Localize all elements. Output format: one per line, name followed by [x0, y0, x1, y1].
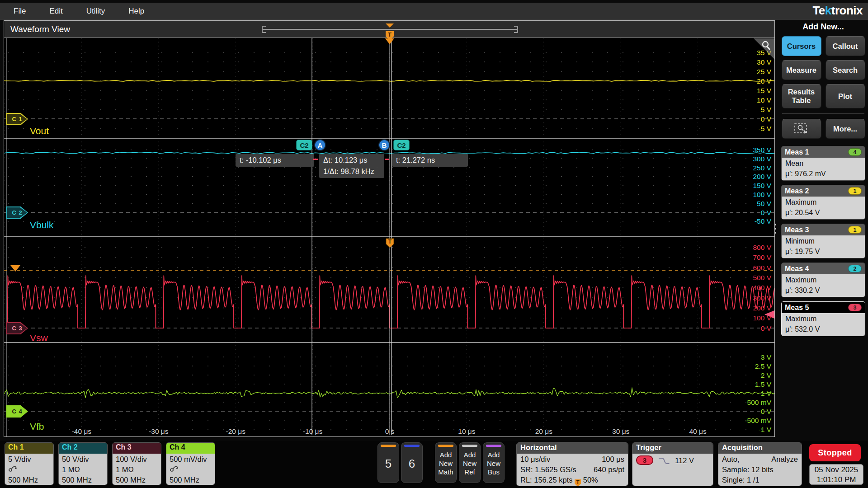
channel-bandwidth: 500 MHz: [8, 475, 50, 485]
menu-help[interactable]: Help: [128, 7, 144, 16]
measurement-value: μ': 976.2 mV: [785, 169, 861, 179]
channel-bandwidth: 500 MHz: [116, 475, 158, 485]
measurement-value: μ': 20.54 V: [785, 207, 861, 218]
cursor-b-source-badge[interactable]: C2: [393, 140, 410, 150]
add-new-math-button[interactable]: AddNewMath: [435, 442, 457, 483]
measurement-badge-4[interactable]: Meas 4 2 Maximum μ': 330.2 V: [781, 263, 865, 297]
axis-tick-label: 500 V: [753, 274, 771, 282]
add-new-ref-button[interactable]: AddNewRef: [459, 442, 481, 483]
panel-splitter-handle[interactable]: [774, 224, 776, 234]
channel-badge-title: Ch 1: [5, 443, 53, 454]
channel-badge-ch4[interactable]: Ch 4 500 mV/div 500 MHz: [166, 442, 215, 485]
menu-bar: File Edit Utility Help: [0, 3, 868, 20]
add-new-measure-button[interactable]: Measure: [782, 60, 821, 80]
time-tick-label: -10 μs: [303, 427, 323, 435]
axis-tick-label: 500 mV: [747, 399, 772, 406]
axis-tick-label: 15 V: [757, 87, 772, 94]
channel-bandwidth: 500 MHz: [62, 475, 104, 485]
axis-tick-label: 300 V: [753, 294, 771, 302]
axis-tick-label: 25 V: [757, 68, 772, 75]
add-new-search-button[interactable]: Search: [826, 60, 865, 80]
menu-edit[interactable]: Edit: [49, 7, 62, 16]
add-new-results-table-button[interactable]: Results Table: [782, 84, 821, 108]
measurement-type: Minimum: [785, 236, 861, 246]
menu-utility[interactable]: Utility: [86, 7, 105, 16]
measurement-value: μ': 330.2 V: [785, 285, 861, 296]
horizontal-scale: 10 μs/div: [520, 454, 550, 465]
axis-tick-label: 150 V: [753, 182, 771, 189]
measurement-name: Meas 2: [785, 187, 848, 195]
trigger-title: Trigger: [632, 443, 713, 454]
overview-bracket-right[interactable]: [514, 26, 518, 33]
acquisition-sample: Sample: 12 bits: [722, 465, 798, 475]
measurement-name: Meas 4: [785, 265, 848, 273]
acquisition-title: Acquisition: [718, 443, 802, 454]
trigger-badge[interactable]: Trigger 3 112 V: [632, 442, 713, 486]
trigger-source-pill: 3: [636, 455, 653, 465]
horizontal-title: Horizontal: [517, 443, 628, 454]
slot-button-5[interactable]: 5: [377, 442, 399, 483]
menu-file[interactable]: File: [14, 7, 26, 16]
channel-coupling: 1 MΩ: [116, 465, 134, 474]
horizontal-badge[interactable]: Horizontal 10 μs/div100 μs SR: 1.5625 GS…: [516, 442, 628, 486]
more-button[interactable]: More...: [826, 119, 865, 139]
measurement-badge-1[interactable]: Meas 1 4 Mean μ': 976.2 mV: [781, 146, 865, 181]
axis-tick-label: 20 V: [757, 77, 772, 85]
measurement-badge-5[interactable]: Meas 5 3 Maximum μ': 532.0 V: [781, 301, 865, 336]
measurement-source-pill: 1: [848, 226, 862, 234]
time-tick-label: -40 μs: [72, 427, 92, 435]
cursor-a-readout: t: -10.102 μs: [236, 154, 314, 167]
time-tick-label: 40 μs: [689, 427, 706, 435]
horizontal-record-length: RL: 156.25 kpts: [520, 476, 573, 484]
channel3-label: Vsw: [30, 333, 48, 343]
measurement-type: Maximum: [785, 314, 861, 324]
acquisition-badge[interactable]: Acquisition Auto,Analyze Sample: 12 bits…: [718, 442, 802, 486]
cursor-a-source-badge[interactable]: C2: [296, 140, 312, 150]
add-new-plot-button[interactable]: Plot: [826, 84, 865, 108]
channel-scale: 500 mV/div: [170, 454, 212, 465]
channel-badge-ch3[interactable]: Ch 3 100 V/div 1 MΩ 500 MHz: [112, 442, 161, 485]
add-new-bus-button[interactable]: AddNewBus: [483, 442, 505, 483]
channel-badge-ch1[interactable]: Ch 1 5 V/div 500 MHz: [5, 442, 54, 485]
channel-bandwidth: 500 MHz: [170, 475, 212, 485]
add-new-callout-button[interactable]: Callout: [826, 36, 865, 56]
time-tick-label: 30 μs: [612, 427, 629, 435]
axis-tick-label: 200 V: [753, 173, 771, 180]
measurement-source-pill: 2: [848, 265, 862, 272]
channel-badge-ch2[interactable]: Ch 2 50 V/div 1 MΩ 500 MHz: [58, 442, 108, 485]
horizontal-overview-line[interactable]: [262, 29, 518, 30]
axis-tick-label: 400 V: [753, 284, 771, 291]
add-new-button-grid: CursorsCalloutMeasureSearchResults Table…: [780, 36, 866, 108]
axis-tick-label: 800 V: [753, 244, 771, 251]
bottom-settings-bar: Ch 1 5 V/div 500 MHz Ch 2 50 V/div 1 MΩ …: [0, 441, 868, 488]
add-new-cursors-button[interactable]: Cursors: [782, 36, 821, 56]
trigger-level: 112 V: [675, 455, 694, 466]
measurement-badge-3[interactable]: Meas 3 1 Minimum μ': 19.75 V: [781, 224, 865, 258]
sidebar-divider: [782, 113, 864, 114]
overview-bracket-left[interactable]: [262, 26, 266, 33]
measurement-type: Maximum: [785, 275, 861, 285]
axis-tick-label: 10 V: [757, 96, 772, 104]
measurement-name: Meas 1: [785, 148, 848, 156]
cursor-a-handle[interactable]: A: [314, 139, 326, 151]
time-tick-label: -20 μs: [226, 427, 246, 435]
marquee-zoom-button[interactable]: [782, 119, 821, 139]
trigger-flag-icon: T: [575, 479, 581, 486]
trigger-position-marker-top[interactable]: [386, 23, 394, 28]
measurement-badge-2[interactable]: Meas 2 1 Maximum μ': 20.54 V: [781, 185, 865, 220]
time-tick-label: 10 μs: [458, 427, 475, 435]
right-sidebar: Add New... CursorsCalloutMeasureSearchRe…: [780, 20, 866, 437]
axis-tick-label: 0 V: [761, 115, 772, 123]
slot-button-6[interactable]: 6: [401, 442, 423, 483]
measurement-value: μ': 532.0 V: [785, 324, 861, 334]
cursor-b-handle[interactable]: B: [378, 139, 390, 151]
acquisition-mode: Auto,: [722, 454, 740, 465]
run-stop-button[interactable]: Stopped: [809, 444, 861, 461]
measurement-source-pill: 4: [848, 148, 862, 156]
channel-badge-title: Ch 4: [166, 443, 215, 454]
waveform-view-title: Waveform View: [10, 24, 70, 34]
axis-tick-label: 300 V: [753, 155, 771, 163]
measurement-name: Meas 5: [785, 304, 848, 312]
axis-tick-label: 30 V: [757, 58, 772, 66]
axis-tick-label: 700 V: [753, 253, 771, 261]
